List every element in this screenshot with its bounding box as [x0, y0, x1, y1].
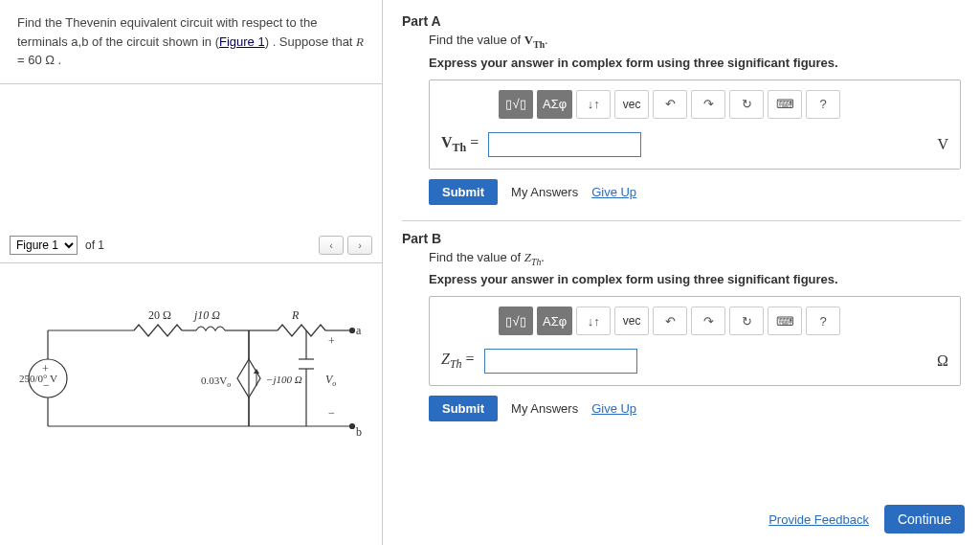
reset-button[interactable]: ↻: [729, 307, 764, 335]
part-b-submit-button[interactable]: Submit: [429, 396, 498, 421]
problem-statement: Find the Thevenin equivalent circuit wit…: [0, 0, 382, 84]
part-b: Part B Find the value of ZTh. Express yo…: [402, 231, 961, 422]
greek-button[interactable]: ΑΣφ: [537, 90, 572, 119]
part-b-unit: Ω: [937, 352, 948, 370]
vec-button[interactable]: vec: [614, 307, 649, 335]
figure-prev-button[interactable]: ‹: [319, 236, 344, 255]
svg-text:j10 Ω: j10 Ω: [192, 308, 220, 322]
part-a-submit-row: Submit My Answers Give Up: [429, 179, 961, 205]
greek-button[interactable]: ΑΣφ: [537, 307, 572, 335]
figure-header: Figure 1 of 1 ‹ ›: [0, 228, 382, 263]
provide-feedback-link[interactable]: Provide Feedback: [768, 512, 869, 527]
part-a-input[interactable]: [488, 132, 641, 157]
keyboard-button[interactable]: ⌨: [768, 90, 802, 119]
redo-button[interactable]: ↷: [691, 307, 725, 335]
part-b-var-label: ZTh =: [441, 351, 475, 372]
help-button[interactable]: ?: [806, 90, 840, 119]
part-b-submit-row: Submit My Answers Give Up: [429, 396, 961, 421]
period: .: [55, 53, 61, 67]
part-b-my-answers[interactable]: My Answers: [511, 401, 578, 416]
part-a: Part A Find the value of VTh. Express yo…: [402, 13, 961, 205]
figure-nav: ‹ ›: [319, 236, 372, 255]
part-a-toolbar: ▯√▯ ΑΣφ ↓↑ vec ↶ ↷ ↻ ⌨ ?: [499, 90, 948, 119]
svg-point-18: [350, 423, 355, 428]
undo-button[interactable]: ↶: [653, 307, 687, 335]
part-a-var-label: VTh =: [441, 134, 479, 155]
svg-text:20 Ω: 20 Ω: [148, 308, 171, 322]
vec-button[interactable]: vec: [614, 90, 649, 119]
part-a-answer-box: ▯√▯ ΑΣφ ↓↑ vec ↶ ↷ ↻ ⌨ ? VTh = V: [429, 79, 961, 170]
part-a-unit: V: [937, 136, 948, 153]
svg-text:Vo: Vo: [325, 373, 336, 388]
part-a-give-up[interactable]: Give Up: [591, 185, 636, 199]
subscript-button[interactable]: ↓↑: [576, 307, 611, 335]
redo-button[interactable]: ↷: [691, 90, 725, 119]
circuit-diagram: + − 250/0° V 20 Ω j10 Ω 0.03Vo R −j100 Ω…: [0, 263, 382, 477]
part-b-answer-box: ▯√▯ ΑΣφ ↓↑ vec ↶ ↷ ↻ ⌨ ? ZTh = Ω: [429, 296, 961, 386]
part-b-input[interactable]: [484, 349, 637, 374]
svg-text:250/0° V: 250/0° V: [19, 373, 57, 384]
svg-text:0.03Vo: 0.03Vo: [201, 375, 231, 389]
undo-button[interactable]: ↶: [653, 90, 687, 119]
r-var: R: [356, 34, 364, 49]
part-b-express: Express your answer in complex form usin…: [429, 272, 961, 286]
part-b-find: Find the value of ZTh.: [429, 250, 961, 267]
part-a-express: Express your answer in complex form usin…: [429, 56, 961, 70]
svg-text:a: a: [356, 324, 362, 337]
part-b-title: Part B: [402, 231, 961, 246]
figure-link[interactable]: Figure 1: [219, 34, 265, 49]
left-panel: Find the Thevenin equivalent circuit wit…: [0, 0, 383, 545]
part-a-title: Part A: [402, 13, 961, 29]
figure-select[interactable]: Figure 1: [10, 236, 78, 255]
ohm-symbol: Ω: [45, 53, 55, 67]
reset-button[interactable]: ↻: [729, 90, 764, 119]
part-a-my-answers[interactable]: My Answers: [511, 185, 578, 199]
templates-button[interactable]: ▯√▯: [499, 90, 533, 119]
part-b-toolbar: ▯√▯ ΑΣφ ↓↑ vec ↶ ↷ ↻ ⌨ ?: [499, 307, 948, 335]
help-button[interactable]: ?: [806, 307, 840, 335]
problem-text-2: ) . Suppose that: [265, 34, 356, 49]
svg-text:−j100 Ω: −j100 Ω: [266, 374, 302, 385]
part-a-find: Find the value of VTh.: [429, 33, 961, 50]
svg-text:+: +: [328, 334, 335, 348]
part-a-input-row: VTh = V: [441, 132, 948, 157]
part-b-give-up[interactable]: Give Up: [591, 401, 636, 416]
equals-text: = 60: [17, 53, 45, 67]
svg-text:b: b: [356, 425, 362, 439]
keyboard-button[interactable]: ⌨: [768, 307, 802, 335]
subscript-button[interactable]: ↓↑: [576, 90, 611, 119]
templates-button[interactable]: ▯√▯: [499, 307, 533, 335]
svg-point-9: [350, 328, 355, 332]
footer: Provide Feedback Continue: [768, 505, 965, 534]
continue-button[interactable]: Continue: [884, 505, 965, 534]
part-a-submit-button[interactable]: Submit: [429, 179, 498, 205]
svg-text:R: R: [291, 308, 300, 322]
right-panel: Part A Find the value of VTh. Express yo…: [383, 0, 980, 443]
part-b-input-row: ZTh = Ω: [441, 349, 948, 374]
figure-next-button[interactable]: ›: [347, 236, 372, 255]
figure-of: of 1: [85, 238, 104, 252]
separator: [402, 220, 961, 221]
svg-text:−: −: [328, 406, 335, 420]
